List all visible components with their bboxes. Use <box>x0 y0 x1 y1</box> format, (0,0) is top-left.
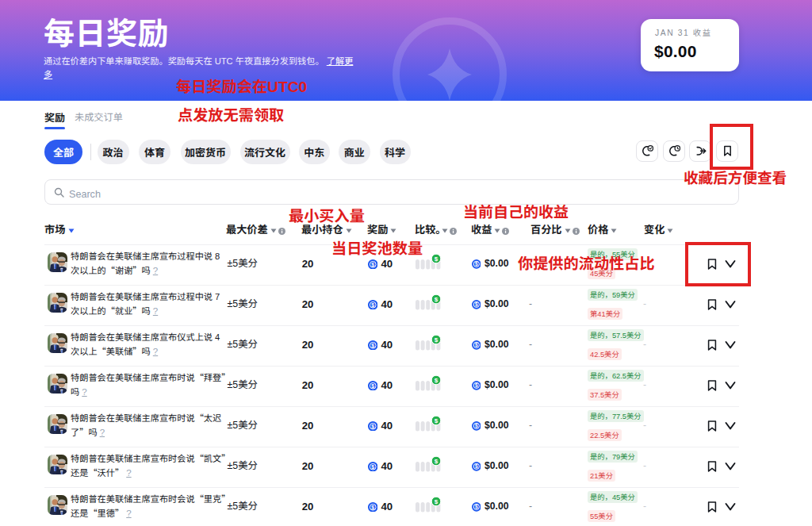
svg-text:$: $ <box>475 262 478 268</box>
svg-text:$: $ <box>435 336 439 344</box>
svg-text:$: $ <box>435 417 439 424</box>
svg-text:$: $ <box>475 343 478 349</box>
svg-text:$: $ <box>371 505 374 511</box>
svg-text:$: $ <box>435 458 439 465</box>
svg-text:$: $ <box>371 343 374 349</box>
svg-text:$: $ <box>435 296 439 303</box>
svg-text:$: $ <box>371 464 374 470</box>
svg-text:$: $ <box>475 424 478 430</box>
svg-text:$: $ <box>475 302 478 309</box>
svg-text:$: $ <box>435 255 439 263</box>
svg-text:$: $ <box>475 505 478 511</box>
svg-text:$: $ <box>475 383 478 390</box>
svg-text:$: $ <box>435 377 439 384</box>
svg-text:$: $ <box>371 262 374 268</box>
svg-text:$: $ <box>435 498 439 505</box>
svg-text:$: $ <box>371 302 374 309</box>
svg-text:$: $ <box>475 464 478 470</box>
svg-text:$: $ <box>371 424 374 430</box>
svg-text:$: $ <box>371 383 374 390</box>
